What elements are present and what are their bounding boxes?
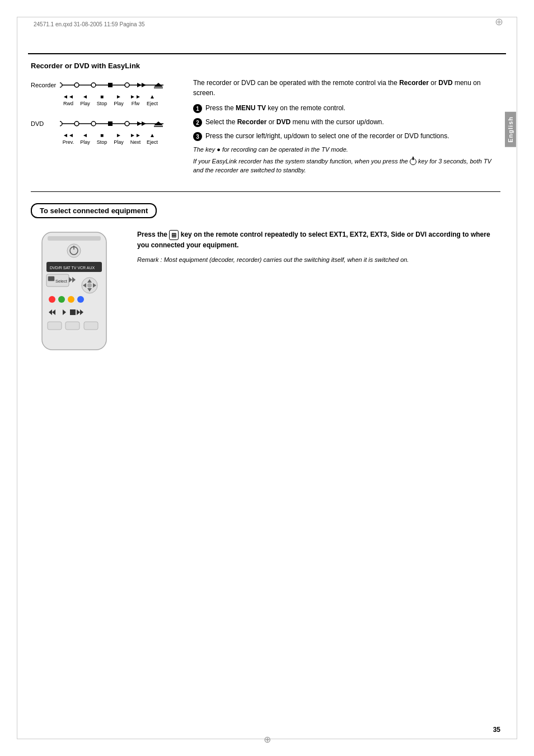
svg-point-1	[60, 83, 62, 87]
language-tab: English	[505, 112, 516, 147]
remote-svg: DVD/R SAT TV VCR AUX Select	[31, 229, 118, 358]
svg-point-41	[77, 296, 84, 303]
step-text-1: Press the MENU TV key on the remote cont…	[205, 104, 345, 113]
svg-point-11	[60, 121, 62, 126]
step-num-1: 1	[193, 104, 202, 113]
select-section: To select connected equipment	[31, 203, 500, 360]
page-number: 35	[493, 726, 500, 734]
easylink-diagram: Recorder	[31, 78, 176, 175]
svg-rect-50	[84, 322, 98, 330]
page-meta: 24571.1 en.qxd 31-08-2005 11:59 Pagina 3…	[34, 21, 145, 27]
step-2: 2 Select the Recorder or DVD menu with t…	[193, 118, 500, 127]
select-main-text: Press the ⊞ key on the remote control re…	[137, 229, 500, 250]
step-num-3: 3	[193, 132, 202, 141]
section-divider	[31, 191, 500, 192]
svg-rect-48	[48, 322, 62, 330]
svg-point-40	[68, 296, 74, 303]
easylink-text-content: The recorder or DVD can be operated with…	[193, 78, 500, 175]
svg-marker-6	[137, 83, 142, 87]
select-remark: Remark : Most equipment (decoder, record…	[137, 256, 500, 264]
svg-rect-45	[70, 309, 76, 315]
svg-point-2	[74, 83, 79, 87]
note-1: The key ● for recording can be operated …	[193, 145, 500, 154]
recorder-label: Recorder	[31, 82, 60, 88]
step-text-2: Select the Recorder or DVD menu with the…	[205, 118, 384, 127]
svg-marker-16	[137, 121, 142, 126]
svg-marker-7	[142, 83, 146, 87]
svg-rect-49	[65, 322, 79, 330]
svg-rect-14	[108, 121, 113, 126]
dvd-btn-labels: ◄◄ ◄ ■ ► ►► ▲	[60, 132, 176, 138]
recorder-diagram-svg	[60, 78, 172, 92]
step-num-2: 2	[193, 118, 202, 127]
top-rule	[28, 53, 506, 54]
easylink-intro: The recorder or DVD can be operated with…	[193, 78, 500, 98]
select-section-title: To select connected equipment	[31, 203, 157, 218]
select-text: Press the ⊞ key on the remote control re…	[137, 229, 500, 360]
dvd-label: DVD	[31, 120, 60, 127]
dvd-btn-text-labels: Prev. Play Stop Play Next Eject	[60, 139, 176, 145]
svg-point-13	[91, 121, 96, 126]
step-text-3: Press the cursor left/right, up/down to …	[205, 132, 449, 141]
recorder-btn-text-labels: Rwd Play Stop Play Ffw Eject	[60, 101, 176, 106]
dvd-row: DVD ◄◄ ◄	[31, 116, 176, 145]
svg-point-35	[87, 283, 92, 288]
svg-rect-28	[48, 276, 54, 281]
select-content: DVD/R SAT TV VCR AUX Select	[31, 229, 500, 360]
remote-illustration: DVD/R SAT TV VCR AUX Select	[31, 229, 120, 360]
svg-rect-4	[108, 83, 113, 87]
note-2: If your EasyLink recorder has the system…	[193, 157, 500, 175]
svg-point-15	[125, 121, 129, 126]
svg-text:Select: Select	[55, 279, 68, 284]
easylink-section: Recorder	[31, 78, 500, 175]
svg-point-5	[125, 83, 129, 87]
crosshair-top-right: ⊕	[495, 16, 503, 28]
svg-marker-17	[142, 121, 146, 126]
svg-rect-21	[48, 236, 101, 241]
svg-point-12	[74, 121, 79, 126]
svg-point-38	[49, 296, 55, 303]
svg-text:DVD/R  SAT  TV  VCR  AUX: DVD/R SAT TV VCR AUX	[50, 266, 95, 270]
section-title-easylink: Recorder or DVD with EasyLink	[31, 62, 500, 70]
svg-point-3	[91, 83, 96, 87]
recorder-row: Recorder	[31, 78, 176, 106]
step-3: 3 Press the cursor left/right, up/down t…	[193, 132, 500, 141]
recorder-btn-labels: ◄◄ ◄ ■ ► ►► ▲	[60, 93, 176, 100]
dvd-diagram-svg	[60, 116, 172, 131]
crosshair-bottom: ⊕	[264, 734, 271, 745]
step-1: 1 Press the MENU TV key on the remote co…	[193, 104, 500, 113]
svg-point-39	[58, 296, 65, 303]
